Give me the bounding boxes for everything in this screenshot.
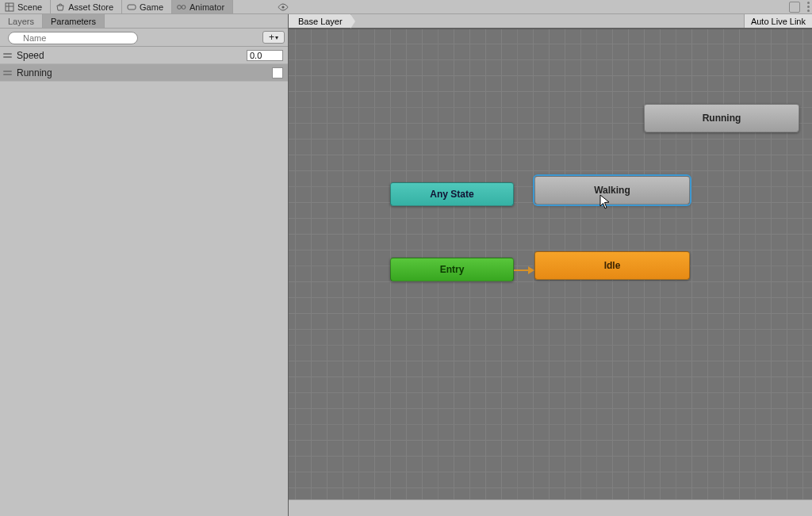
auto-live-link-button[interactable]: Auto Live Link	[744, 14, 812, 28]
node-walking[interactable]: Walking	[534, 176, 690, 204]
parameter-row[interactable]: Speed	[0, 47, 288, 64]
drag-handle-icon[interactable]	[3, 53, 12, 58]
editor-tab-strip: Scene Asset Store Game Animator	[0, 0, 812, 14]
add-parameter-button[interactable]: + ▾	[262, 31, 285, 44]
node-label: Walking	[594, 185, 630, 196]
lock-toggle[interactable]	[789, 2, 800, 13]
tab-label: Animator	[190, 2, 224, 12]
tab-options-icon[interactable]	[805, 0, 812, 13]
breadcrumb-bar: Base Layer Auto Live Link	[289, 14, 812, 29]
subtab-parameters[interactable]: Parameters	[43, 14, 105, 28]
plus-icon: +	[269, 32, 274, 43]
asset-store-icon	[56, 2, 65, 12]
animator-left-panel: Layers Parameters + ▾ Speed	[0, 14, 289, 516]
tab-scene[interactable]: Scene	[0, 0, 51, 13]
state-graph-canvas[interactable]: Any State Entry Walking Idle Running	[289, 29, 812, 516]
node-idle[interactable]: Idle	[534, 251, 690, 280]
tab-game[interactable]: Game	[122, 0, 172, 13]
parameter-search-input[interactable]	[8, 32, 138, 44]
animator-icon	[177, 2, 186, 12]
node-label: Entry	[440, 264, 465, 275]
chevron-down-icon: ▾	[275, 34, 278, 41]
animator-right-panel: Base Layer Auto Live Link Any State Entr…	[289, 14, 812, 516]
node-label: Running	[703, 113, 741, 124]
transition-arrow[interactable]	[514, 269, 530, 271]
node-label: Idle	[604, 260, 621, 271]
node-running[interactable]: Running	[644, 104, 799, 132]
svg-rect-1	[128, 5, 136, 10]
node-any-state[interactable]: Any State	[390, 182, 514, 206]
svg-point-4	[282, 6, 284, 8]
svg-point-2	[178, 5, 182, 9]
auto-live-link-label: Auto Live Link	[751, 17, 806, 26]
svg-point-3	[182, 5, 186, 9]
breadcrumb-base-layer[interactable]: Base Layer	[289, 14, 351, 28]
scene-icon	[5, 2, 14, 12]
animator-subtabs: Layers Parameters	[0, 14, 288, 29]
tab-label: Game	[140, 2, 163, 12]
tab-asset-store[interactable]: Asset Store	[51, 0, 122, 13]
node-label: Any State	[430, 189, 473, 200]
parameter-name: Speed	[17, 50, 247, 61]
subtab-label: Layers	[8, 17, 34, 26]
drag-handle-icon[interactable]	[3, 71, 12, 75]
tab-animator[interactable]: Animator	[172, 0, 233, 13]
parameter-bool-checkbox[interactable]	[272, 67, 283, 78]
subtab-label: Parameters	[51, 17, 96, 26]
parameter-name: Running	[17, 67, 272, 78]
visibility-icon[interactable]	[278, 2, 289, 13]
tab-label: Scene	[17, 2, 42, 12]
game-icon	[127, 2, 136, 12]
svg-rect-0	[6, 3, 13, 11]
tab-label: Asset Store	[68, 2, 113, 12]
parameter-row[interactable]: Running	[0, 64, 288, 82]
subtab-layers[interactable]: Layers	[0, 14, 43, 28]
node-entry[interactable]: Entry	[390, 258, 514, 281]
parameter-value-input[interactable]	[247, 50, 283, 61]
breadcrumb-label: Base Layer	[298, 17, 343, 26]
parameter-list: Speed Running	[0, 46, 288, 82]
